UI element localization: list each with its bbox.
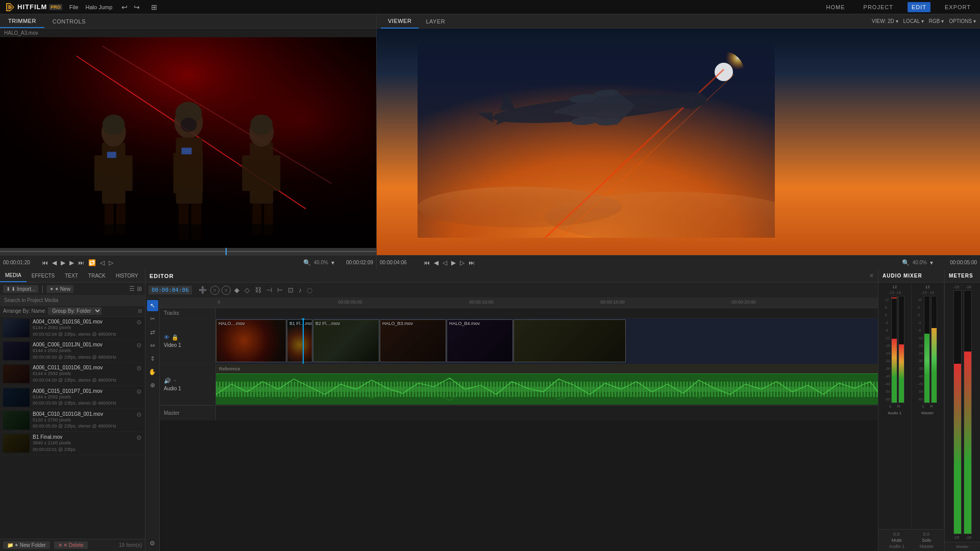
video-clip[interactable]: HALO....mov: [216, 319, 286, 362]
video-clip[interactable]: B1 Fl....mov: [287, 319, 312, 362]
tool-settings[interactable]: ⚙: [147, 538, 158, 549]
audio-track-content[interactable]: Reference: [216, 364, 878, 405]
tool-hand[interactable]: ✋: [147, 366, 158, 378]
tool-select[interactable]: ↖: [147, 300, 158, 311]
viewer-controls-bar: 00:00:04:06 ⏮ ◀ ◁ ▶ ▷ ⏭ 🔍 40.0% ▾ 00:00:…: [377, 255, 980, 269]
tool-rate-stretch[interactable]: ⇕: [147, 353, 158, 364]
video-clip[interactable]: HALO_B3.mov: [380, 319, 446, 362]
item-settings-icon[interactable]: ⚙: [136, 319, 142, 326]
ed-add-btn[interactable]: ➕: [197, 285, 208, 295]
tab-viewer[interactable]: VIEWER: [381, 14, 419, 29]
viewer-opt-options[interactable]: OPTIONS ▾: [949, 18, 976, 24]
ed-circle-btn-1[interactable]: ○: [210, 286, 219, 295]
trim-prev-frame-btn[interactable]: ◀: [51, 258, 58, 267]
svg-rect-26: [242, 155, 250, 191]
trim-mark-out-btn[interactable]: ▷: [108, 258, 114, 267]
nav-export[interactable]: EXPORT: [941, 2, 975, 12]
list-item[interactable]: B004_C010_0101G8_001.mov 5120 x 2700 pix…: [0, 409, 145, 432]
import-button[interactable]: ⬇ ⬇ Import...: [3, 285, 38, 293]
ed-snap-btn[interactable]: ◇: [243, 285, 251, 295]
ed-speed-btn[interactable]: ⊡: [286, 285, 295, 295]
arrange-icon[interactable]: ⊞: [138, 308, 142, 314]
tab-trimmer[interactable]: TRIMMER: [0, 14, 44, 28]
mute-button[interactable]: Mute: [892, 538, 902, 543]
viewer-to-end-btn[interactable]: ⏭: [468, 258, 476, 267]
delete-button[interactable]: ✕ ✕ Delete: [54, 541, 88, 549]
nav-project[interactable]: PROJECT: [860, 2, 897, 12]
viewer-play-btn[interactable]: ▶: [450, 258, 457, 267]
ed-split-btn[interactable]: ⊣: [265, 285, 274, 295]
search-input[interactable]: [0, 295, 145, 306]
list-item[interactable]: A004_C006_0101S6_001.mov 6144 x 2592 pix…: [0, 317, 145, 340]
video-track-content[interactable]: HALO....mov B1 Fl....mov B2 Fl....mov: [216, 318, 878, 364]
viewer-opt-local[interactable]: LOCAL ▾: [903, 18, 924, 24]
video-clip[interactable]: HALO_B4.mov: [447, 319, 513, 362]
viewer-opt-2d[interactable]: VIEW: 2D ▾: [872, 18, 898, 24]
redo-button[interactable]: ↪: [132, 2, 142, 12]
track-audio-mute-icon[interactable]: ~: [173, 378, 176, 384]
item-settings-icon[interactable]: ⚙: [136, 388, 142, 395]
grid-view-icon[interactable]: ⊞: [137, 285, 142, 292]
tool-slide[interactable]: ⇔: [147, 340, 158, 351]
viewer-next-btn[interactable]: ▷: [459, 258, 465, 267]
tab-history[interactable]: HISTORY: [111, 269, 143, 282]
trim-to-end-btn[interactable]: ⏭: [77, 258, 85, 267]
group-by-select[interactable]: Group By: Folder: [48, 307, 102, 315]
nav-home[interactable]: HOME: [822, 2, 849, 12]
track-audio-icon[interactable]: 🔊: [164, 378, 171, 384]
track-lock-icon[interactable]: 🔒: [172, 334, 179, 341]
tab-track[interactable]: TRACK: [83, 269, 111, 282]
ed-audio-btn[interactable]: ♪: [297, 285, 304, 295]
new-folder-button[interactable]: 📁 ✦ New Folder: [3, 541, 50, 549]
trim-zoom-dropdown[interactable]: ▾: [330, 258, 335, 267]
viewer-zoom-dropdown[interactable]: ▾: [929, 258, 934, 267]
trim-loop-btn[interactable]: 🔁: [87, 258, 97, 267]
tool-zoom[interactable]: ⊕: [147, 380, 158, 391]
viewer-opt-rgb[interactable]: RGB ▾: [929, 18, 944, 24]
menu-project[interactable]: Halo Jump: [86, 4, 113, 10]
viewer-to-start-btn[interactable]: ⏮: [423, 258, 431, 267]
item-settings-icon[interactable]: ⚙: [136, 342, 142, 349]
tool-slip[interactable]: ⇄: [147, 327, 158, 338]
tab-text[interactable]: TEXT: [60, 269, 83, 282]
video-clip[interactable]: [513, 319, 626, 362]
trim-zoom-btn[interactable]: 🔍: [302, 258, 312, 267]
menu-file[interactable]: File: [69, 4, 79, 10]
tab-effects[interactable]: EFFECTS: [27, 269, 60, 282]
viewer-prev-frame-btn[interactable]: ◀: [433, 258, 439, 267]
editor-close-btn[interactable]: ✕: [869, 272, 874, 279]
trim-to-start-btn[interactable]: ⏮: [41, 258, 49, 267]
trimmer-timeline[interactable]: [0, 248, 376, 255]
track-visibility-icon[interactable]: 👁: [164, 334, 169, 341]
video-clip[interactable]: B2 Fl....mov: [313, 319, 379, 362]
ed-link-btn[interactable]: ⛓: [253, 285, 263, 295]
item-settings-icon[interactable]: ⚙: [136, 365, 142, 372]
viewer-zoom-btn[interactable]: 🔍: [901, 258, 911, 267]
list-item[interactable]: B1 Final.mov 3840 x 2160 pixels 00:00:03…: [0, 432, 145, 455]
viewer-prev-btn[interactable]: ◁: [442, 258, 448, 267]
undo-button[interactable]: ↩: [119, 2, 130, 12]
trim-next-frame-btn[interactable]: ▶: [68, 258, 75, 267]
tab-controls[interactable]: CONTROLS: [44, 14, 94, 28]
list-view-icon[interactable]: ☰: [129, 285, 135, 292]
new-media-button[interactable]: ✦ ✦ New: [46, 285, 74, 293]
grid-button[interactable]: ⊞: [149, 2, 159, 12]
item-settings-icon[interactable]: ⚙: [136, 411, 142, 418]
tab-layer[interactable]: LAYER: [419, 14, 452, 29]
list-item[interactable]: A006_C015_0101P7_001.mov 6144 x 2592 pix…: [0, 386, 145, 409]
ed-mute-btn[interactable]: ◌: [305, 285, 314, 295]
list-item[interactable]: A006_C006_0101JN_001.mov 6144 x 2592 pix…: [0, 340, 145, 363]
ed-circle-btn-2[interactable]: ○: [222, 286, 231, 295]
timeline-ruler[interactable]: 0 00:00:05:00 00:00:10:00 00:00:15:00 00…: [160, 298, 878, 308]
solo-button[interactable]: Solo: [922, 538, 931, 543]
trim-mark-in-btn[interactable]: ◁: [99, 258, 106, 267]
master-content[interactable]: [216, 406, 878, 420]
item-settings-icon[interactable]: ⚙: [136, 434, 142, 441]
tool-razor[interactable]: ✂: [147, 313, 158, 324]
ed-trim-btn[interactable]: ⊢: [276, 285, 284, 295]
tab-media[interactable]: MEDIA: [0, 269, 27, 282]
trim-play-btn[interactable]: ▶: [60, 258, 66, 267]
nav-edit[interactable]: EDIT: [908, 2, 930, 12]
ed-align-btn[interactable]: ◆: [233, 285, 241, 295]
list-item[interactable]: A006_C011_0101D6_001.mov 6144 x 2592 pix…: [0, 363, 145, 386]
